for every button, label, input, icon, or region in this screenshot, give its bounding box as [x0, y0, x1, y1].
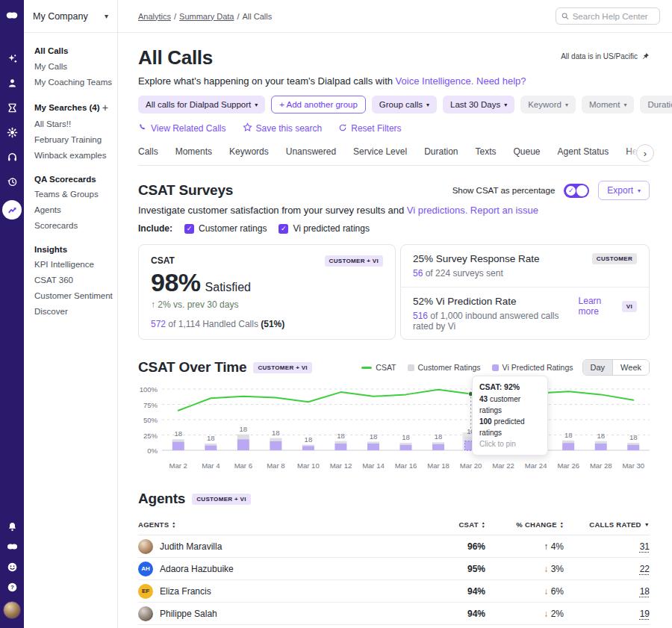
coaching-icon[interactable]: [6, 102, 18, 114]
arrow-down-icon: ↓: [544, 609, 550, 619]
user-avatar[interactable]: [3, 601, 21, 619]
settings-gear-icon[interactable]: [6, 126, 18, 138]
help-search[interactable]: [556, 7, 660, 25]
filter-chip-last-30-days[interactable]: Last 30 Days▾: [443, 96, 514, 114]
tab-keywords[interactable]: Keywords: [229, 146, 269, 165]
breadcrumb-1[interactable]: Analytics: [138, 12, 171, 21]
filter-chip--add-another-group[interactable]: + Add another group: [271, 96, 366, 114]
column-header-csat[interactable]: CSAT▲▼: [418, 520, 485, 529]
add-search-button[interactable]: +: [102, 102, 108, 114]
sidebar-item-my-coaching-teams[interactable]: My Coaching Teams: [34, 75, 117, 90]
calls-rated-link[interactable]: 19: [640, 609, 650, 619]
calls-rated-link[interactable]: 31: [640, 541, 650, 552]
sidebar-item-kpi-intelligence[interactable]: KPI Intelligence: [34, 257, 117, 273]
tab-duration[interactable]: Duration: [424, 146, 458, 165]
chart-tooltip[interactable]: CSAT: 92% 43 customer ratings 100 predic…: [472, 376, 548, 456]
filter-chip-group-calls[interactable]: Group calls▾: [372, 96, 437, 114]
sidebar-section: All CallsMy CallsMy Coaching Teams: [34, 43, 117, 90]
sidebar-item-winback-examples[interactable]: Winback examples: [34, 148, 117, 164]
tab-unanswered[interactable]: Unanswered: [286, 146, 336, 165]
agent-cell[interactable]: EFEliza Francis: [138, 584, 418, 599]
filter-chip-label: Group calls: [379, 100, 423, 109]
reset-filters-action[interactable]: Reset Filters: [338, 122, 401, 134]
csat-cell: 94%: [418, 609, 485, 619]
ai-sparkle-icon[interactable]: [6, 52, 18, 64]
vi-help-link[interactable]: Voice Intelligence. Need help?: [396, 75, 526, 87]
sidebar-item-discover[interactable]: Discover: [34, 304, 117, 320]
breadcrumb-2[interactable]: Summary Data: [179, 12, 234, 21]
sidebar-item-my-calls[interactable]: My Calls: [34, 59, 117, 75]
sidebar-item-csat-360[interactable]: CSAT 360: [34, 273, 117, 288]
notification-bell-icon[interactable]: [6, 520, 18, 532]
help-search-input[interactable]: [573, 12, 654, 21]
filter-chip-moment[interactable]: Moment▾: [582, 96, 635, 114]
sidebar-item-all-calls[interactable]: All Calls: [34, 43, 117, 59]
change-cell: ↓ 3%: [485, 564, 564, 574]
agent-cell[interactable]: AHAdaora Hazubuike: [138, 562, 418, 576]
csat-percentage-toggle[interactable]: ✓: [564, 184, 589, 198]
feedback-smiley-icon[interactable]: [6, 561, 18, 573]
tab-calls[interactable]: Calls: [138, 146, 158, 165]
column-header--change[interactable]: % CHANGE▲▼: [485, 520, 564, 529]
tab-service-level[interactable]: Service Level: [353, 146, 407, 165]
sidebar-item-customer-sentiment[interactable]: Customer Sentiment: [34, 288, 117, 304]
caret-down-icon: ▾: [504, 102, 507, 108]
sidebar-item-agents[interactable]: Agents: [34, 202, 117, 218]
column-header-calls-rated[interactable]: CALLS RATED▼: [564, 520, 650, 529]
sidebar-item-all-stars-[interactable]: All Stars!!: [34, 116, 117, 132]
chart-svg[interactable]: 18Mar 218Mar 418Mar 618Mar 818Mar 1018Ma…: [162, 385, 650, 471]
company-switcher[interactable]: My Company ▾: [24, 0, 117, 33]
svg-text:18: 18: [272, 429, 280, 437]
calls-rated-link[interactable]: 18: [640, 586, 650, 597]
export-button[interactable]: Export▾: [598, 181, 650, 200]
save-this-search-action[interactable]: Save this search: [243, 122, 323, 134]
surveys-link[interactable]: 56: [413, 268, 423, 279]
agent-cell[interactable]: Philippe Salah: [138, 606, 418, 621]
tab-agent-status[interactable]: Agent Status: [558, 146, 609, 165]
checkbox-checked-icon: ✓: [279, 224, 288, 234]
rail-nav: [2, 52, 22, 220]
agent-cell[interactable]: Judith Maravilla: [138, 539, 418, 554]
vi-rated-link[interactable]: 516: [413, 311, 428, 321]
call-history-icon[interactable]: [6, 175, 18, 187]
view-related-calls-action[interactable]: View Related Calls: [138, 122, 226, 134]
column-header-agents[interactable]: AGENTS▲▼: [138, 520, 418, 529]
analytics-active-icon[interactable]: [2, 200, 22, 220]
calls-rated-link[interactable]: 22: [640, 564, 650, 574]
tab-moments[interactable]: Moments: [175, 146, 212, 165]
sidebar-item-february-training[interactable]: February Training: [34, 132, 117, 148]
agents-table: AGENTS▲▼CSAT▲▼% CHANGE▲▼CALLS RATED▼ Jud…: [138, 516, 650, 625]
csat-card-label: CSAT: [151, 255, 175, 266]
filter-chip-all-calls-for-dialpad-support[interactable]: All calls for Dialpad Support▾: [138, 96, 265, 114]
svg-text:18: 18: [305, 435, 313, 444]
toggle-week[interactable]: Week: [612, 360, 649, 375]
avatar: [138, 539, 153, 554]
tabs-overflow-button[interactable]: ›: [636, 144, 654, 162]
headset-icon[interactable]: [6, 151, 18, 163]
csat-value: 98%Satisfied: [151, 268, 383, 297]
y-axis-tick: 25%: [143, 431, 158, 439]
checkbox-customer-ratings[interactable]: ✓Customer ratings: [184, 223, 267, 234]
sidebar-item-teams-groups[interactable]: Teams & Groups: [34, 187, 117, 202]
contacts-icon[interactable]: [6, 77, 18, 89]
tab-queue[interactable]: Queue: [514, 146, 541, 165]
pin-icon[interactable]: [641, 52, 650, 60]
filter-chip-keyword[interactable]: Keyword▾: [520, 96, 576, 114]
vi-predictions-link[interactable]: Vi predictions. Report an issue: [407, 205, 538, 216]
toggle-day[interactable]: Day: [583, 360, 613, 375]
action-label: Reset Filters: [351, 123, 401, 134]
learn-more-link[interactable]: Learn more: [579, 296, 615, 317]
dialpad-mini-icon[interactable]: [6, 541, 18, 553]
section-subtitle: Investigate customer satisfaction from y…: [138, 205, 650, 216]
svg-text:Mar 20: Mar 20: [460, 461, 482, 470]
help-icon[interactable]: ?: [6, 581, 18, 593]
page-subtitle: Explore what's happening on your team's …: [138, 75, 650, 87]
check-icon: ✓: [566, 186, 576, 196]
tab-texts[interactable]: Texts: [476, 146, 497, 165]
handled-calls-link[interactable]: 572: [151, 319, 166, 329]
sidebar-item-scorecards[interactable]: Scorecards: [34, 218, 117, 234]
csat-over-time-chart: 0%25%50%75%100% 18Mar 218Mar 418Mar 618M…: [138, 385, 650, 473]
checkbox-vi-predicted-ratings[interactable]: ✓Vi predicted ratings: [279, 223, 370, 234]
dialpad-logo-icon[interactable]: [6, 9, 18, 21]
filter-chip-duration[interactable]: Duration▾: [640, 96, 672, 114]
